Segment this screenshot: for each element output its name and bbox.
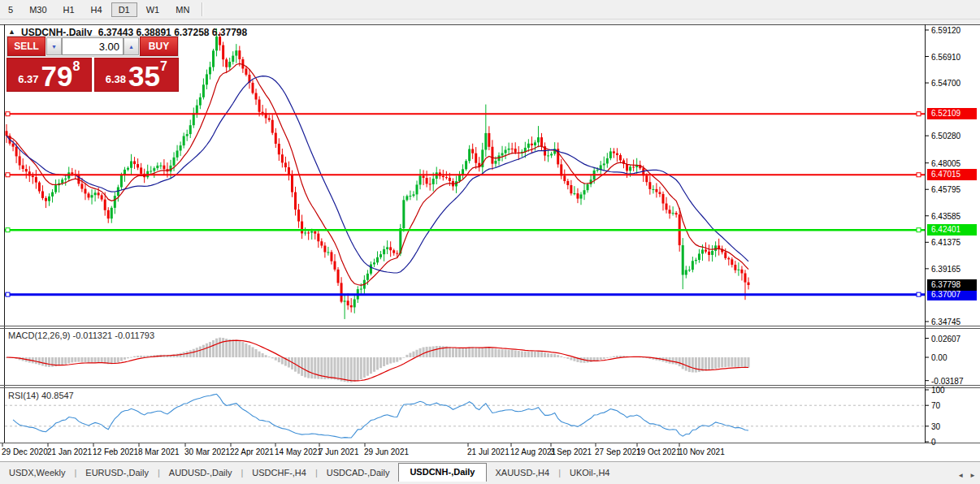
sell-price-big: 79: [41, 63, 72, 89]
trade-panel-price-row: 6.37 79 8 6.38 35 7: [7, 58, 179, 92]
sell-price-display[interactable]: 6.37 79 8: [7, 58, 92, 92]
date-tick-label: 21 Jul 2021: [467, 447, 510, 456]
price-tick-label: 6.43585: [931, 211, 960, 220]
timeframe-buttons: 5M30H1H4D1W1MN: [0, 2, 207, 17]
tab-audusd-daily[interactable]: AUDUSD-,Daily: [160, 465, 241, 482]
current-price-label: 6.37798: [927, 279, 977, 291]
rsi-tick-label: 0: [931, 438, 936, 447]
macd-label: MACD(12,26,9) -0.011321 -0.011793: [8, 331, 154, 340]
buy-price-prefix: 6.38: [106, 73, 126, 85]
sell-price-prefix: 6.37: [18, 73, 38, 85]
tab-ukoil-h4[interactable]: UKOil-,H4: [561, 465, 619, 482]
trade-panel-top-row: SELL ▼ ▲ BUY: [7, 36, 179, 57]
level-price-label: 6.42401: [927, 224, 977, 236]
timeframe-button-h4[interactable]: H4: [84, 2, 110, 17]
price-tick-label: 6.34745: [931, 317, 960, 326]
date-tick-label: 8 Mar 2021: [138, 447, 180, 456]
tab-usdchf-h4[interactable]: USDCHF-,H4: [243, 465, 315, 482]
price-tick-label: 6.50280: [931, 132, 960, 140]
level-price-label: 6.47015: [927, 169, 977, 180]
date-tick-label: 12 Aug 2021: [510, 447, 556, 456]
rsi-tick-label: 100: [931, 386, 945, 395]
volume-input[interactable]: [62, 37, 124, 55]
buy-button[interactable]: BUY: [140, 37, 178, 56]
tab-scroll-right-icon[interactable]: ►: [969, 472, 976, 479]
date-tick-label: 3 Sep 2021: [550, 447, 592, 456]
macd-tick-label: 0.02607: [931, 334, 960, 343]
volume-decrement-icon[interactable]: ▼: [46, 37, 62, 55]
date-tick-label: 19 Oct 2021: [636, 447, 680, 456]
rsi-tick-label: 30: [931, 421, 940, 430]
tab-usdcnh-daily[interactable]: USDCNH-,Daily: [398, 463, 486, 482]
timeframe-button-w1[interactable]: W1: [139, 2, 167, 17]
tab-scroll-left-icon[interactable]: ◄: [957, 472, 964, 479]
timeframe-button-5[interactable]: 5: [1, 2, 20, 17]
date-tick-label: 27 Sep 2021: [595, 447, 641, 456]
macd-values: -0.011321 -0.011793: [72, 331, 154, 340]
date-tick-label: 14 May 2021: [275, 447, 322, 456]
date-tick-label: 29 Dec 2020: [2, 447, 48, 456]
volume-stepper: ▼ ▲: [46, 37, 140, 56]
macd-tick-label: -0.03187: [931, 376, 963, 385]
rsi-tick-label: 70: [931, 401, 940, 410]
date-tick-label: 30 Mar 2021: [184, 447, 230, 456]
chart-tab-bar: USDX,Weekly|EURUSD-,Daily|AUDUSD-,Daily|…: [0, 461, 980, 482]
price-tick-label: 6.54700: [931, 79, 960, 88]
panel-collapse-icon[interactable]: ▲: [8, 28, 15, 36]
tab-usdcad-daily[interactable]: USDCAD-,Daily: [318, 465, 399, 482]
rsi-value: 40.8547: [41, 391, 74, 400]
one-click-trade-panel: SELL ▼ ▲ BUY 6.37 79 8 6.38 35 7: [7, 36, 179, 92]
date-tick-label: 10 Nov 2021: [679, 447, 725, 456]
date-tick-label: 12 Feb 2021: [93, 447, 138, 456]
date-tick-label: 22 Apr 2021: [230, 447, 274, 456]
timeframe-toolbar: 5M30H1H4D1W1MN: [0, 0, 980, 19]
toolbar-separator: [202, 2, 203, 16]
price-tick-label: 6.41375: [931, 238, 960, 247]
buy-price-big: 35: [128, 63, 160, 89]
sell-price-sup: 8: [72, 59, 80, 74]
macd-tick-label: 0.00: [931, 353, 947, 362]
rsi-name: RSI(14): [8, 391, 39, 400]
tab-eurusd-daily[interactable]: EURUSD-,Daily: [76, 465, 158, 482]
date-tick-label: 21 Jan 2021: [47, 447, 92, 456]
tab-usdx-weekly[interactable]: USDX,Weekly: [0, 465, 74, 482]
timeframe-button-mn[interactable]: MN: [168, 2, 197, 17]
macd-name: MACD(12,26,9): [8, 331, 70, 340]
price-tick-label: 6.59120: [931, 25, 960, 34]
price-tick-label: 6.56910: [931, 52, 960, 61]
timeframe-button-m30[interactable]: M30: [22, 2, 54, 17]
sell-button[interactable]: SELL: [7, 37, 46, 56]
timeframe-button-h1[interactable]: H1: [56, 2, 82, 17]
price-tick-label: 6.48005: [931, 158, 960, 167]
price-tick-label: 6.45795: [931, 185, 960, 194]
rsi-label: RSI(14) 40.8547: [8, 391, 74, 400]
tab-xauusd-h4[interactable]: XAUUSD-,H4: [487, 465, 559, 482]
timeframe-button-d1[interactable]: D1: [111, 2, 137, 17]
buy-price-sup: 7: [160, 59, 167, 74]
price-tick-label: 6.39165: [931, 264, 960, 273]
buy-price-display[interactable]: 6.38 35 7: [94, 58, 180, 92]
tab-scroll-arrows: ◄ ►: [957, 472, 976, 479]
volume-increment-icon[interactable]: ▲: [124, 37, 139, 55]
date-tick-label: 29 Jun 2021: [364, 447, 409, 456]
date-tick-label: 7 Jun 2021: [319, 447, 359, 456]
level-price-label: 6.52109: [927, 108, 977, 119]
